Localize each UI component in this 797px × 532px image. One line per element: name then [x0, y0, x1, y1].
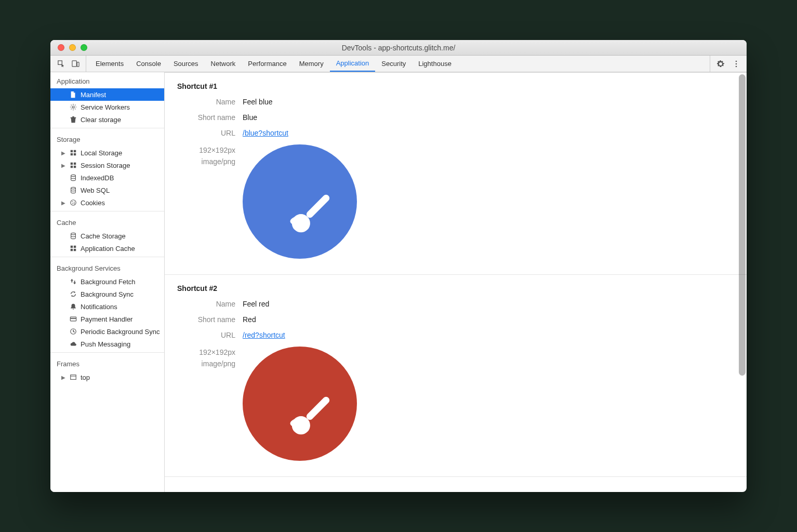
brush-icon [243, 144, 357, 259]
sidebar-item-label: Clear storage [81, 116, 121, 124]
updown-icon [69, 277, 77, 286]
sidebar-item-top[interactable]: ▶top [50, 371, 164, 383]
svg-rect-11 [74, 163, 76, 165]
devtools-window: DevTools - app-shortcuts.glitch.me/ Elem… [50, 40, 747, 492]
tab-security[interactable]: Security [375, 56, 412, 72]
sidebar-item-manifest[interactable]: Manifest [50, 88, 164, 101]
svg-point-21 [71, 233, 76, 235]
sidebar-item-background-sync[interactable]: Background Sync [50, 288, 164, 300]
sidebar-item-background-fetch[interactable]: Background Fetch [50, 275, 164, 288]
shortcut-url-link[interactable]: /red?shortcut [243, 331, 285, 339]
card-icon [69, 315, 77, 323]
body: ApplicationManifestService WorkersClear … [50, 72, 747, 492]
tab-application[interactable]: Application [330, 56, 376, 72]
shortcut-name: Feel red [243, 300, 269, 308]
svg-point-3 [736, 63, 737, 64]
expand-arrow-icon[interactable]: ▶ [61, 150, 66, 156]
field-label: Name [177, 98, 243, 106]
sidebar-item-label: Cookies [81, 199, 105, 207]
svg-point-17 [72, 201, 73, 202]
sidebar-item-cookies[interactable]: ▶Cookies [50, 196, 164, 209]
svg-rect-25 [74, 249, 76, 251]
frame-icon [69, 373, 77, 381]
expand-arrow-icon[interactable]: ▶ [61, 200, 66, 206]
settings-gear-icon[interactable] [716, 60, 725, 68]
sidebar-item-label: Cache Storage [81, 232, 126, 240]
sidebar-item-service-workers[interactable]: Service Workers [50, 101, 164, 113]
tab-sources[interactable]: Sources [167, 56, 205, 72]
shortcut-short-name: Red [243, 315, 256, 324]
svg-rect-13 [74, 166, 76, 168]
zoom-window-button[interactable] [81, 44, 87, 51]
sidebar-item-session-storage[interactable]: ▶Session Storage [50, 159, 164, 171]
shortcut-url-link[interactable]: /blue?shortcut [243, 129, 288, 137]
db-icon [69, 186, 77, 194]
traffic-lights [58, 44, 87, 51]
svg-point-20 [74, 203, 75, 204]
shortcut-short-name: Blue [243, 113, 257, 122]
sidebar-item-label: Background Sync [81, 290, 134, 298]
svg-rect-24 [71, 249, 73, 251]
svg-point-14 [71, 175, 76, 177]
close-window-button[interactable] [58, 44, 64, 51]
sidebar-item-label: Notifications [81, 303, 117, 311]
sidebar-item-local-storage[interactable]: ▶Local Storage [50, 147, 164, 159]
svg-rect-23 [74, 246, 76, 248]
tab-performance[interactable]: Performance [242, 56, 293, 72]
svg-point-19 [72, 203, 73, 204]
sidebar-item-label: Push Messaging [81, 340, 130, 348]
svg-rect-32 [305, 395, 331, 421]
sidebar-item-indexeddb[interactable]: IndexedDB [50, 171, 164, 184]
scrollbar-thumb[interactable] [739, 74, 746, 376]
expand-arrow-icon[interactable]: ▶ [61, 163, 66, 168]
sidebar-group-background-services: Background Services [50, 259, 164, 275]
grid-icon [69, 149, 77, 157]
svg-point-18 [74, 202, 75, 203]
field-label: URL [177, 129, 243, 137]
db-icon [69, 232, 77, 240]
expand-arrow-icon[interactable]: ▶ [61, 375, 66, 380]
more-menu-icon[interactable] [732, 60, 740, 68]
sidebar-item-label: Background Fetch [81, 278, 136, 286]
sidebar-item-label: Local Storage [81, 149, 122, 157]
titlebar: DevTools - app-shortcuts.glitch.me/ [50, 40, 747, 56]
trash-icon [69, 115, 77, 124]
sidebar-item-payment-handler[interactable]: Payment Handler [50, 313, 164, 325]
tab-memory[interactable]: Memory [293, 56, 330, 72]
sidebar-item-push-messaging[interactable]: Push Messaging [50, 338, 164, 350]
sidebar-item-notifications[interactable]: Notifications [50, 300, 164, 313]
svg-point-15 [71, 187, 76, 189]
svg-rect-1 [77, 62, 79, 66]
sidebar-item-application-cache[interactable]: Application Cache [50, 242, 164, 255]
db-icon [69, 174, 77, 182]
sidebar-item-web-sql[interactable]: Web SQL [50, 184, 164, 196]
sidebar-group-application: Application [50, 72, 164, 88]
tab-console[interactable]: Console [130, 56, 167, 72]
inspect-element-icon[interactable] [57, 60, 65, 68]
icon-meta: 192×192pximage/png [177, 347, 243, 461]
svg-rect-12 [71, 166, 73, 168]
cookie-icon [69, 198, 77, 207]
tab-elements[interactable]: Elements [89, 56, 130, 72]
sidebar-item-label: Periodic Background Sync [81, 328, 160, 336]
sidebar-item-clear-storage[interactable]: Clear storage [50, 113, 164, 126]
brush-icon [243, 347, 357, 461]
sidebar-item-cache-storage[interactable]: Cache Storage [50, 230, 164, 242]
shortcut-icon-preview [243, 347, 357, 461]
sidebar-item-label: Web SQL [81, 187, 110, 194]
tab-lighthouse[interactable]: Lighthouse [412, 56, 458, 72]
shortcut-icon-preview [243, 144, 357, 259]
sidebar-item-label: Manifest [81, 91, 106, 99]
icon-meta: 192×192pximage/png [177, 144, 243, 259]
device-toolbar-icon[interactable] [71, 60, 79, 68]
sidebar-group-cache: Cache [50, 214, 164, 230]
tab-network[interactable]: Network [205, 56, 242, 72]
minimize-window-button[interactable] [69, 44, 76, 51]
sidebar-item-periodic-background-sync[interactable]: Periodic Background Sync [50, 325, 164, 338]
shortcut-heading: Shortcut #2 [177, 284, 734, 292]
clock-icon [69, 327, 77, 336]
sidebar-item-label: Application Cache [81, 245, 135, 252]
gear-icon [69, 103, 77, 111]
svg-point-5 [72, 106, 74, 108]
window-title: DevTools - app-shortcuts.glitch.me/ [50, 44, 747, 52]
